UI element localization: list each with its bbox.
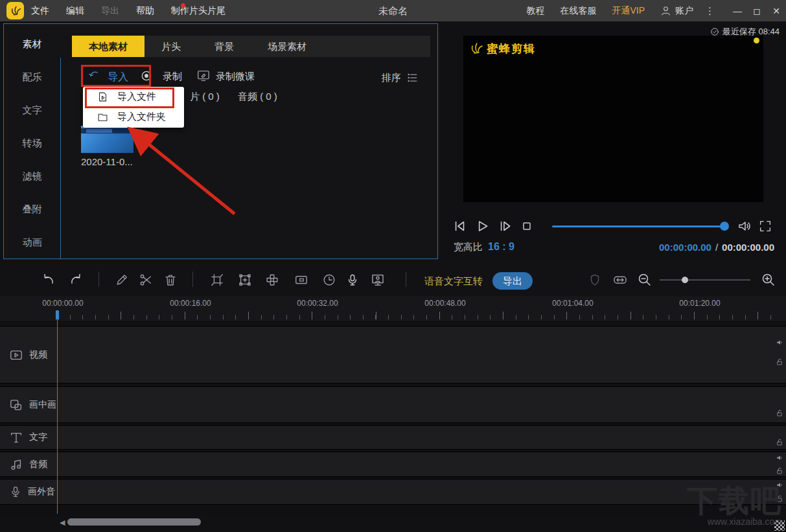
text-track-icon (9, 430, 23, 445)
filter-audio-count[interactable]: 音频 ( 0 ) (238, 91, 277, 102)
annotation-box-import-file (85, 87, 174, 108)
voiceover-track-icon (9, 485, 22, 498)
play-button[interactable] (474, 218, 491, 235)
filter-counts: 片 ( 0 ) 音频 ( 0 ) (190, 91, 293, 103)
zoom-out-button[interactable] (636, 272, 653, 288)
menu-item-import-folder[interactable]: 导入文件夹 (83, 107, 184, 127)
track-pip[interactable]: 画中画 (0, 386, 786, 423)
total-time: 00:00:00.00 (722, 242, 774, 253)
playhead-handle[interactable] (56, 310, 59, 319)
preview-video-area[interactable]: 蜜蜂剪辑 (463, 36, 763, 202)
playhead-line (57, 319, 58, 514)
export-button[interactable]: 导出 (492, 272, 533, 290)
track-label: 文字 (29, 432, 47, 443)
stop-button[interactable] (519, 218, 535, 234)
tab-background[interactable]: 背景 (198, 36, 251, 57)
seek-slider[interactable] (552, 222, 728, 231)
timeline-ruler[interactable]: 00:00:00.00 00:00:16.00 00:00:32.00 00:0… (0, 296, 786, 321)
mosaic-button[interactable] (264, 272, 281, 288)
vip-link[interactable]: 开通VIP (612, 5, 645, 17)
tab-scene-material[interactable]: 场景素材 (251, 36, 323, 57)
track-lock-button[interactable] (776, 409, 784, 417)
sidebar-item-overlay[interactable]: 叠附 (4, 203, 60, 216)
seek-knob[interactable] (720, 222, 729, 231)
delete-button[interactable] (162, 272, 179, 288)
menu-export: 导出 (101, 5, 119, 17)
video-track-icon (9, 348, 23, 362)
sort-button[interactable]: 排序 (382, 71, 419, 84)
duration-button[interactable] (321, 272, 338, 288)
ruler-label: 00:00:00.00 (42, 299, 83, 308)
track-mute-button[interactable] (776, 454, 784, 462)
track-voiceover[interactable]: 画外音 (0, 479, 786, 505)
beecut-watermark: 蜜蜂剪辑 (468, 41, 536, 56)
zoom-frame-button[interactable] (237, 272, 253, 288)
app-logo-icon (6, 2, 24, 19)
tab-intro[interactable]: 片头 (144, 36, 198, 57)
track-lock-button[interactable] (776, 358, 784, 366)
undo-button[interactable] (40, 272, 57, 288)
menu-intro-outro[interactable]: 制作片头片尾 (171, 5, 225, 17)
track-video-header: 视频 (0, 327, 57, 383)
ruler-label: 00:01:20.00 (679, 299, 720, 308)
track-text[interactable]: 文字 (0, 425, 786, 450)
minimize-button[interactable]: — (728, 6, 747, 16)
marker-shield-icon[interactable] (586, 272, 603, 288)
timeline-zoom-slider[interactable] (660, 279, 750, 281)
watermark-title: 下载吧 (687, 487, 782, 515)
timeline-tracks: 视频 画中画 文字 音频 (0, 321, 786, 515)
sidebar-item-animation[interactable]: 动画 (4, 237, 60, 249)
sidebar-item-filter[interactable]: 滤镜 (4, 170, 60, 183)
sidebar-item-text[interactable]: 文字 (4, 104, 60, 117)
track-video[interactable]: 视频 (0, 326, 786, 384)
track-audio[interactable]: 音频 (0, 452, 786, 477)
site-watermark: 下载吧 www.xiazaiba.com (687, 487, 782, 527)
account-label: 账户 (675, 5, 693, 17)
volume-button[interactable] (737, 218, 752, 234)
voiceover-record-button[interactable] (344, 272, 361, 288)
previous-frame-button[interactable] (451, 218, 468, 235)
selection-handle[interactable] (754, 38, 759, 43)
pip-track-icon (9, 398, 23, 412)
horizontal-scrollbar[interactable] (67, 518, 201, 526)
redo-button[interactable] (67, 272, 84, 288)
sidebar-item-material[interactable]: 素材 (4, 38, 60, 51)
crop-button[interactable] (209, 272, 225, 288)
edit-button[interactable] (113, 272, 130, 288)
speech-text-button[interactable]: 语音文字互转 (424, 275, 483, 288)
tutorial-link[interactable]: 教程 (526, 5, 544, 17)
sidebar-item-transition[interactable]: 转场 (4, 137, 60, 150)
track-label: 画中画 (29, 399, 56, 411)
fit-timeline-button[interactable] (612, 272, 629, 288)
cut-button[interactable] (137, 272, 154, 288)
zoom-slider-knob[interactable] (682, 277, 688, 283)
maximize-button[interactable]: ◻ (747, 6, 767, 16)
fullscreen-button[interactable] (758, 219, 772, 233)
tab-local-material[interactable]: 本地素材 (72, 36, 144, 57)
track-lock-button[interactable] (776, 438, 784, 446)
menu-file[interactable]: 文件 (31, 5, 49, 17)
next-frame-button[interactable] (496, 218, 513, 235)
ruler-major-ticks (57, 312, 781, 319)
bee-logo-icon (468, 41, 484, 56)
aspect-ratio[interactable]: 宽高比16 : 9 (454, 241, 514, 253)
materials-tabbar: 本地素材 片头 背景 场景素材 (72, 36, 430, 57)
watermark-url: www.xiazaiba.com (687, 516, 782, 527)
record-button[interactable]: 录制 (163, 71, 182, 83)
zoom-in-button[interactable] (760, 272, 777, 288)
record-course-button[interactable]: 录制微课 (216, 71, 255, 83)
presenter-button[interactable] (369, 272, 386, 288)
track-mute-button[interactable] (776, 338, 784, 347)
menu-edit[interactable]: 编辑 (66, 5, 84, 17)
more-menu-button[interactable]: ⋮ (705, 5, 715, 17)
sidebar-item-music[interactable]: 配乐 (4, 71, 60, 84)
menu-help[interactable]: 帮助 (136, 5, 154, 17)
scroll-left-arrow[interactable]: ◀ (60, 518, 65, 527)
account-button[interactable]: 账户 (660, 5, 693, 17)
clip-thumbnail[interactable] (81, 126, 133, 153)
pip-button[interactable] (293, 272, 310, 288)
track-lock-button[interactable] (776, 467, 784, 475)
close-button[interactable]: ✕ (767, 6, 786, 16)
filter-image-count[interactable]: 片 ( 0 ) (190, 91, 220, 102)
support-link[interactable]: 在线客服 (560, 5, 596, 17)
